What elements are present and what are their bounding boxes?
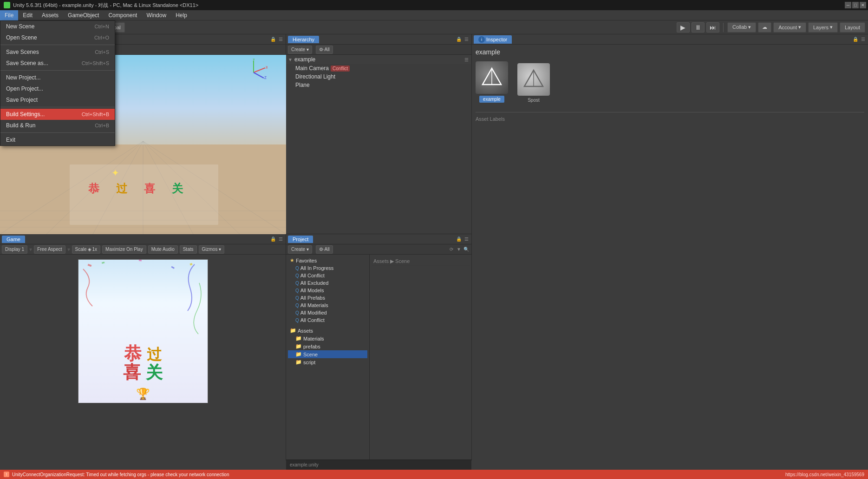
menu-open-project[interactable]: Open Project... [0,83,115,94]
menu-save-project[interactable]: Save Project [0,94,115,105]
collab-button[interactable]: Collab ▾ [727,22,756,33]
hierarchy-item-plane[interactable]: Plane [286,81,471,89]
stats-button[interactable]: Stats [180,245,197,254]
script-folder-icon: 📁 [295,359,302,365]
maximize-button[interactable]: Maximize On Play [102,245,146,254]
pause-button[interactable]: ⏸ [692,22,705,33]
hierarchy-light-label: Directional Light [295,73,335,80]
inspector-tab-label: Inspector [486,37,507,42]
close-button[interactable]: ✕ [860,2,866,8]
scene-lock-button[interactable]: 🔒 [270,36,276,43]
menu-new-project[interactable]: New Project... [0,72,115,83]
hierarchy-lock-button[interactable]: 🔒 [456,36,462,43]
menu-item-window[interactable]: Window [142,10,171,20]
maximize-button[interactable]: □ [852,2,859,8]
hierarchy-create-button[interactable]: Create ▾ [288,46,312,54]
menu-build-run[interactable]: Build & Run Ctrl+B [0,120,115,131]
assets-prefabs[interactable]: 📁 prefabs [288,342,367,350]
search-prefix-7: Q [295,318,299,323]
inspector-menu-button[interactable]: ☰ [860,36,866,43]
project-create-button[interactable]: Create ▾ [288,245,312,254]
svg-text:喜: 喜 [144,182,156,195]
hierarchy-root-item[interactable]: ▼ example ☰ [286,55,471,64]
fav-all-conflict-1[interactable]: Q All Conflict [288,272,367,279]
aspect-button[interactable]: Free Aspect [34,245,65,254]
project-filter-button[interactable]: ▼ [456,246,462,253]
project-search-button[interactable]: 🔍 [463,246,470,253]
assets-item-1: prefabs [303,344,320,349]
menu-build-settings[interactable]: Build Settings... Ctrl+Shift+B [0,109,115,120]
project-menu-button[interactable]: ☰ [463,236,470,243]
unity-icon [4,2,10,8]
scale-button[interactable]: Scale ◈ 1x [72,245,101,254]
inspector-asset-example[interactable]: example [476,61,508,103]
inspector-panel-controls: 🔒 ☰ [852,36,866,43]
game-gizmos-button[interactable]: Gizmos ▾ [199,245,225,254]
svg-text:关: 关 [171,182,183,195]
minimize-button[interactable]: ─ [845,2,851,8]
favorites-header[interactable]: ★ Favorites [288,256,367,264]
hierarchy-toolbar: Create ▾ ⚙·All [286,45,471,55]
assets-script[interactable]: 📁 script [288,358,367,366]
scene-menu-button[interactable]: ☰ [277,36,284,43]
project-lock-button[interactable]: 🔒 [456,236,462,243]
account-button[interactable]: Account ▾ [773,22,806,33]
fav-all-in-progress[interactable]: Q All In Progress [288,264,367,272]
inspector-asset-spost[interactable]: Spost [517,63,550,103]
play-button[interactable]: ▶ [677,22,690,33]
layers-button[interactable]: Layers ▾ [808,22,838,33]
expand-arrow: ▼ [288,57,293,62]
prefabs-folder-icon: 📁 [295,343,302,349]
project-sync-button[interactable]: ⟳ [448,246,455,253]
assets-header[interactable]: 📁 Assets [288,327,367,335]
assets-scene[interactable]: 📁 Scene [288,350,367,358]
game-lock-button[interactable]: 🔒 [270,236,276,243]
search-prefix-5: Q [295,303,299,308]
step-button[interactable]: ⏭ [706,22,719,33]
fav-label-5: All Materials [300,302,328,308]
game-menu-button[interactable]: ☰ [277,236,284,243]
file-menu-dropdown: New Scene Ctrl+N Open Scene Ctrl+O Save … [0,20,115,146]
cloud-button[interactable]: ☁ [758,22,771,33]
project-tab[interactable]: Project [288,236,313,243]
status-link[interactable]: https://blog.csdn.net/weixin_43159569 [785,472,864,477]
inspector-tab[interactable]: i Inspector [474,35,512,44]
menu-item-gameobject[interactable]: GameObject [63,10,104,20]
toolbar-sep-2 [723,23,724,32]
layout-button[interactable]: Layout [840,22,865,33]
hierarchy-menu-button[interactable]: ☰ [463,36,470,43]
hierarchy-tab[interactable]: Hierarchy [288,36,319,43]
example-icon-bg [476,61,508,94]
menu-item-assets[interactable]: Assets [37,10,63,20]
hierarchy-item-directionallight[interactable]: Directional Light [286,72,471,81]
fav-all-excluded[interactable]: Q All Excluded [288,279,367,287]
project-tree: ★ Favorites Q All In Progress Q All Conf… [286,255,370,459]
display-button[interactable]: Display 1 [2,245,27,254]
search-prefix: Q [295,266,299,271]
fav-all-materials[interactable]: Q All Materials [288,302,367,309]
fav-all-conflict-2[interactable]: Q All Conflict [288,316,367,324]
aspect-sep: ▾ [67,246,70,253]
project-panel-controls: 🔒 ☰ [456,236,470,243]
assets-materials[interactable]: 📁 Materials [288,335,367,342]
mute-button[interactable]: Mute Audio [148,245,178,254]
fav-all-prefabs[interactable]: Q All Prefabs [288,294,367,302]
menu-item-help[interactable]: Help [171,10,192,20]
hierarchy-root-menu[interactable]: ☰ [463,56,470,63]
example-badge: example [479,96,504,103]
hierarchy-all-button[interactable]: ⚙·All [316,46,333,54]
hierarchy-item-maincamera[interactable]: Main Camera Conflict [286,64,471,72]
menu-item-edit[interactable]: Edit [18,10,37,20]
menu-item-component[interactable]: Component [104,10,142,20]
menu-save-scene-as[interactable]: Save Scene as... Ctrl+Shift+S [0,58,115,69]
project-all-button[interactable]: ⚙·All [316,245,333,254]
inspector-lock-button[interactable]: 🔒 [852,36,859,43]
menu-item-file[interactable]: File [0,10,18,20]
menu-exit[interactable]: Exit [0,134,115,145]
fav-all-models[interactable]: Q All Models [288,287,367,294]
menu-save-scenes[interactable]: Save Scenes Ctrl+S [0,46,115,58]
menu-new-scene[interactable]: New Scene Ctrl+N [0,21,115,32]
fav-all-modified[interactable]: Q All Modified [288,309,367,316]
game-tab[interactable]: Game [2,236,25,243]
menu-open-scene[interactable]: Open Scene Ctrl+O [0,32,115,43]
